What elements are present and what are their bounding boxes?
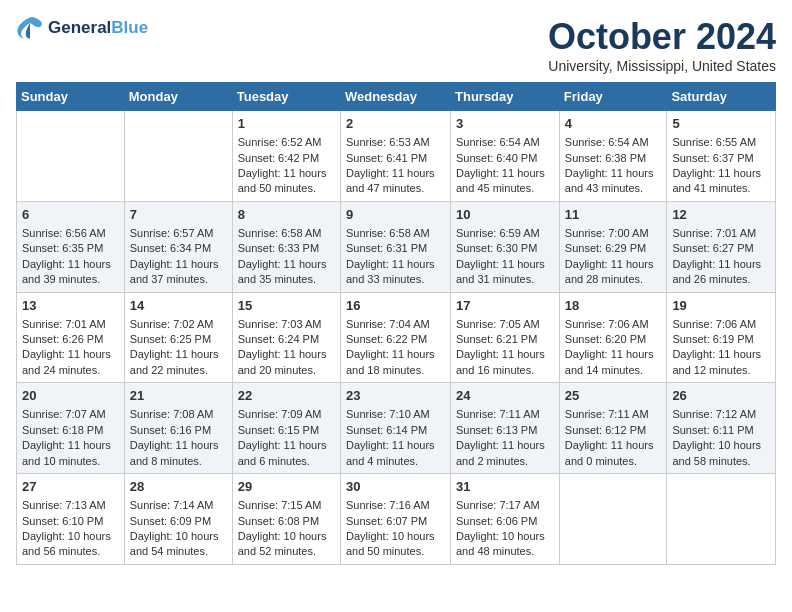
calendar-cell: 19Sunrise: 7:06 AMSunset: 6:19 PMDayligh…	[667, 292, 776, 383]
logo: GeneralBlue	[16, 16, 148, 40]
calendar-cell: 8Sunrise: 6:58 AMSunset: 6:33 PMDaylight…	[232, 201, 340, 292]
cell-info: Daylight: 11 hours and 4 minutes.	[346, 438, 445, 469]
weekday-header: Tuesday	[232, 83, 340, 111]
cell-info: Sunrise: 6:58 AM	[346, 226, 445, 241]
cell-info: Sunrise: 7:10 AM	[346, 407, 445, 422]
calendar-cell: 31Sunrise: 7:17 AMSunset: 6:06 PMDayligh…	[451, 474, 560, 565]
cell-info: Sunrise: 7:16 AM	[346, 498, 445, 513]
day-number: 5	[672, 115, 770, 133]
calendar-cell: 16Sunrise: 7:04 AMSunset: 6:22 PMDayligh…	[340, 292, 450, 383]
cell-info: Daylight: 11 hours and 10 minutes.	[22, 438, 119, 469]
cell-info: Sunset: 6:15 PM	[238, 423, 335, 438]
cell-info: Daylight: 11 hours and 12 minutes.	[672, 347, 770, 378]
calendar-cell: 14Sunrise: 7:02 AMSunset: 6:25 PMDayligh…	[124, 292, 232, 383]
day-number: 3	[456, 115, 554, 133]
cell-info: Sunrise: 7:12 AM	[672, 407, 770, 422]
weekday-header: Thursday	[451, 83, 560, 111]
weekday-header: Wednesday	[340, 83, 450, 111]
calendar-cell: 11Sunrise: 7:00 AMSunset: 6:29 PMDayligh…	[559, 201, 667, 292]
cell-info: Sunrise: 6:52 AM	[238, 135, 335, 150]
calendar-table: SundayMondayTuesdayWednesdayThursdayFrid…	[16, 82, 776, 565]
calendar-cell: 6Sunrise: 6:56 AMSunset: 6:35 PMDaylight…	[17, 201, 125, 292]
month-title: October 2024	[548, 16, 776, 58]
calendar-cell: 1Sunrise: 6:52 AMSunset: 6:42 PMDaylight…	[232, 111, 340, 202]
cell-info: Daylight: 11 hours and 35 minutes.	[238, 257, 335, 288]
cell-info: Sunset: 6:09 PM	[130, 514, 227, 529]
cell-info: Sunrise: 6:55 AM	[672, 135, 770, 150]
calendar-header-row: SundayMondayTuesdayWednesdayThursdayFrid…	[17, 83, 776, 111]
calendar-cell: 2Sunrise: 6:53 AMSunset: 6:41 PMDaylight…	[340, 111, 450, 202]
cell-info: Daylight: 11 hours and 37 minutes.	[130, 257, 227, 288]
cell-info: Daylight: 11 hours and 20 minutes.	[238, 347, 335, 378]
weekday-header: Saturday	[667, 83, 776, 111]
cell-info: Daylight: 11 hours and 50 minutes.	[238, 166, 335, 197]
calendar-week-row: 20Sunrise: 7:07 AMSunset: 6:18 PMDayligh…	[17, 383, 776, 474]
cell-info: Sunrise: 6:54 AM	[456, 135, 554, 150]
cell-info: Daylight: 11 hours and 0 minutes.	[565, 438, 662, 469]
cell-info: Sunrise: 6:54 AM	[565, 135, 662, 150]
day-number: 27	[22, 478, 119, 496]
day-number: 8	[238, 206, 335, 224]
cell-info: Sunset: 6:29 PM	[565, 241, 662, 256]
cell-info: Sunset: 6:41 PM	[346, 151, 445, 166]
day-number: 15	[238, 297, 335, 315]
day-number: 10	[456, 206, 554, 224]
day-number: 14	[130, 297, 227, 315]
calendar-cell: 29Sunrise: 7:15 AMSunset: 6:08 PMDayligh…	[232, 474, 340, 565]
cell-info: Sunset: 6:30 PM	[456, 241, 554, 256]
calendar-cell: 9Sunrise: 6:58 AMSunset: 6:31 PMDaylight…	[340, 201, 450, 292]
cell-info: Sunrise: 7:07 AM	[22, 407, 119, 422]
cell-info: Sunrise: 7:02 AM	[130, 317, 227, 332]
day-number: 21	[130, 387, 227, 405]
cell-info: Sunset: 6:42 PM	[238, 151, 335, 166]
cell-info: Daylight: 10 hours and 58 minutes.	[672, 438, 770, 469]
calendar-cell: 3Sunrise: 6:54 AMSunset: 6:40 PMDaylight…	[451, 111, 560, 202]
day-number: 4	[565, 115, 662, 133]
calendar-week-row: 1Sunrise: 6:52 AMSunset: 6:42 PMDaylight…	[17, 111, 776, 202]
calendar-cell: 10Sunrise: 6:59 AMSunset: 6:30 PMDayligh…	[451, 201, 560, 292]
calendar-week-row: 27Sunrise: 7:13 AMSunset: 6:10 PMDayligh…	[17, 474, 776, 565]
cell-info: Daylight: 11 hours and 45 minutes.	[456, 166, 554, 197]
day-number: 22	[238, 387, 335, 405]
cell-info: Sunset: 6:13 PM	[456, 423, 554, 438]
weekday-header: Monday	[124, 83, 232, 111]
cell-info: Daylight: 11 hours and 28 minutes.	[565, 257, 662, 288]
cell-info: Daylight: 10 hours and 50 minutes.	[346, 529, 445, 560]
cell-info: Sunset: 6:31 PM	[346, 241, 445, 256]
calendar-cell: 30Sunrise: 7:16 AMSunset: 6:07 PMDayligh…	[340, 474, 450, 565]
cell-info: Sunrise: 7:11 AM	[565, 407, 662, 422]
logo-icon	[16, 16, 44, 40]
cell-info: Sunrise: 6:59 AM	[456, 226, 554, 241]
cell-info: Daylight: 11 hours and 6 minutes.	[238, 438, 335, 469]
calendar-cell: 15Sunrise: 7:03 AMSunset: 6:24 PMDayligh…	[232, 292, 340, 383]
calendar-cell: 12Sunrise: 7:01 AMSunset: 6:27 PMDayligh…	[667, 201, 776, 292]
cell-info: Sunrise: 6:56 AM	[22, 226, 119, 241]
day-number: 13	[22, 297, 119, 315]
cell-info: Sunset: 6:11 PM	[672, 423, 770, 438]
calendar-cell	[559, 474, 667, 565]
cell-info: Sunset: 6:10 PM	[22, 514, 119, 529]
cell-info: Daylight: 11 hours and 39 minutes.	[22, 257, 119, 288]
cell-info: Sunrise: 7:01 AM	[672, 226, 770, 241]
cell-info: Sunrise: 7:08 AM	[130, 407, 227, 422]
cell-info: Sunrise: 7:04 AM	[346, 317, 445, 332]
cell-info: Sunset: 6:37 PM	[672, 151, 770, 166]
cell-info: Sunset: 6:12 PM	[565, 423, 662, 438]
day-number: 20	[22, 387, 119, 405]
day-number: 24	[456, 387, 554, 405]
page-header: GeneralBlue October 2024 University, Mis…	[16, 16, 776, 74]
calendar-week-row: 13Sunrise: 7:01 AMSunset: 6:26 PMDayligh…	[17, 292, 776, 383]
weekday-header: Friday	[559, 83, 667, 111]
cell-info: Sunrise: 6:58 AM	[238, 226, 335, 241]
cell-info: Daylight: 11 hours and 43 minutes.	[565, 166, 662, 197]
cell-info: Sunset: 6:24 PM	[238, 332, 335, 347]
cell-info: Sunset: 6:14 PM	[346, 423, 445, 438]
cell-info: Sunset: 6:16 PM	[130, 423, 227, 438]
day-number: 31	[456, 478, 554, 496]
cell-info: Daylight: 10 hours and 56 minutes.	[22, 529, 119, 560]
cell-info: Daylight: 10 hours and 54 minutes.	[130, 529, 227, 560]
cell-info: Sunrise: 7:09 AM	[238, 407, 335, 422]
cell-info: Daylight: 11 hours and 16 minutes.	[456, 347, 554, 378]
day-number: 23	[346, 387, 445, 405]
calendar-cell: 20Sunrise: 7:07 AMSunset: 6:18 PMDayligh…	[17, 383, 125, 474]
